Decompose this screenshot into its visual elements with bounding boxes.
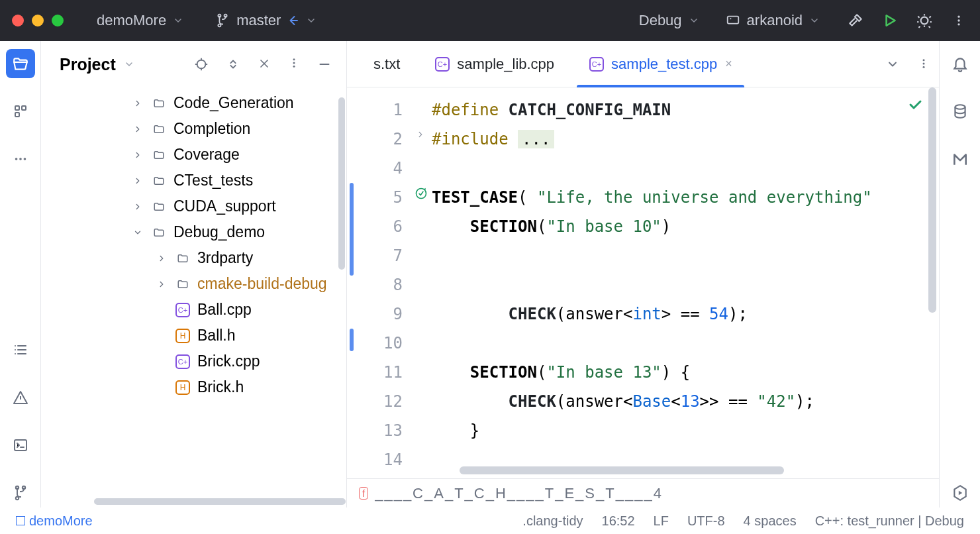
tree-label: 3rdparty [197,249,253,267]
panel-options[interactable] [288,57,300,72]
close-panel[interactable] [258,57,271,72]
tree-label: Ball.h [197,327,236,345]
line-number[interactable]: 4 [347,154,403,183]
line-number[interactable]: 10 [347,329,403,358]
tree-item[interactable]: CTest_tests [41,168,346,193]
editor-tab[interactable]: s.txt [356,41,417,87]
line-number[interactable]: 9 [347,299,403,329]
chevron-down-icon [173,15,183,26]
tree-item[interactable]: Coverage [41,142,346,168]
status-project[interactable]: demoMore [16,513,93,529]
hide-panel[interactable] [317,57,332,72]
tree-chevron[interactable] [155,254,168,263]
line-number[interactable]: 7 [347,241,403,270]
line-number[interactable]: 11 [347,358,403,387]
file-icon [151,227,167,239]
vcs-branch[interactable]: master [209,8,323,33]
debug-button[interactable] [915,11,934,30]
titlebar: demoMore master Debug arkanoid [0,0,980,41]
expand-collapse[interactable] [226,57,240,72]
close-tab[interactable]: × [725,57,732,71]
line-number[interactable]: 12 [347,387,403,416]
line-number[interactable]: 6 [347,212,403,241]
status-clang-tidy[interactable]: .clang-tidy [522,513,583,529]
tree-chevron[interactable] [131,202,144,211]
status-encoding[interactable]: UTF-8 [687,513,725,529]
change-marker[interactable] [350,183,354,276]
tab-list-dropdown[interactable] [886,58,899,71]
tree-chevron[interactable] [131,99,144,108]
services-tool[interactable] [946,478,975,507]
database-tool[interactable] [946,97,975,126]
code-editor[interactable]: 124567891011121314 #define CATCH_CONFIG_… [347,87,939,478]
tree-item[interactable]: C+ Brick.cpp [41,348,346,374]
tree-chevron[interactable] [155,280,168,289]
build-button[interactable] [846,11,865,30]
tree-chevron[interactable] [131,176,144,186]
tree-item[interactable]: C+ Ball.cpp [41,297,346,323]
project-tree[interactable]: Code_Generation Completion Coverage CTes… [41,87,346,427]
tab-label: sample_lib.cpp [457,56,554,73]
line-number[interactable]: 14 [347,445,403,474]
line-number[interactable]: 2 [347,125,403,154]
todo-tool[interactable] [6,335,35,364]
gutter[interactable]: 124567891011121314 [347,87,432,478]
status-context[interactable]: C++: test_runner | Debug [815,513,964,529]
file-icon [175,252,191,264]
editor-scrollbar-horizontal[interactable] [460,466,784,474]
line-number[interactable]: 1 [347,95,403,125]
run-button[interactable] [881,11,899,30]
tree-chevron[interactable] [131,150,144,160]
tree-item[interactable]: H Brick.h [41,374,346,400]
more-tools[interactable] [6,144,35,174]
tree-item[interactable]: CUDA_support [41,193,346,219]
tree-item[interactable]: H Ball.h [41,323,346,348]
tree-chevron[interactable] [131,228,144,237]
tab-options[interactable] [918,58,930,71]
tree-item[interactable]: Completion [41,116,346,142]
code-content[interactable]: #define CATCH_CONFIG_MAIN #include ... T… [432,87,939,478]
inspection-ok-icon[interactable] [907,97,923,113]
svg-text:H: H [180,331,186,341]
editor-scrollbar-vertical[interactable] [928,87,936,313]
maximize-window[interactable] [52,15,64,27]
run-gutter-icon[interactable] [415,187,428,200]
vcs-tool[interactable] [6,478,35,507]
cpp-icon: C+ [434,56,450,72]
editor-tab[interactable]: C+sample_test.cpp× [571,41,750,87]
fold-toggle[interactable] [416,130,425,139]
terminal-tool[interactable] [6,431,35,460]
run-config-selector[interactable]: Debug [632,8,706,33]
tab-label: s.txt [373,56,400,73]
line-number[interactable]: 8 [347,270,403,299]
problems-tool[interactable] [6,383,35,412]
run-target-selector[interactable]: arkanoid [719,8,826,33]
status-line-sep[interactable]: LF [654,513,669,529]
tree-item[interactable]: cmake-build-debug [41,271,346,297]
status-caret-pos[interactable]: 16:52 [602,513,635,529]
line-number[interactable]: 5 [347,183,403,212]
minimize-window[interactable] [32,15,44,27]
tree-chevron[interactable] [131,125,144,134]
tree-item[interactable]: 3rdparty [41,245,346,271]
tree-item[interactable]: Code_Generation [41,90,346,116]
more-button[interactable] [950,11,968,30]
project-selector[interactable]: demoMore [90,8,190,33]
notifications-tool[interactable] [946,49,975,78]
select-opened-file[interactable] [194,57,209,72]
change-marker[interactable] [350,329,354,351]
editor-tab[interactable]: C+sample_lib.cpp [417,41,571,87]
tree-item[interactable]: Debug_demo [41,219,346,245]
tab-label: sample_test.cpp [611,56,717,73]
close-window[interactable] [12,15,24,27]
makefile-tool[interactable] [946,144,975,174]
line-number[interactable]: 13 [347,416,403,445]
file-icon: H [175,380,191,396]
scrollbar-horizontal[interactable] [94,498,346,505]
structure-tool[interactable] [6,97,35,126]
project-tool[interactable] [6,49,35,78]
chevron-down-icon[interactable] [124,59,134,70]
status-indent[interactable]: 4 spaces [744,513,797,529]
scrollbar-vertical[interactable] [338,97,345,270]
breadcrumb[interactable]: f ____C_A_T_C_H____T_E_S_T____4 [347,478,939,507]
